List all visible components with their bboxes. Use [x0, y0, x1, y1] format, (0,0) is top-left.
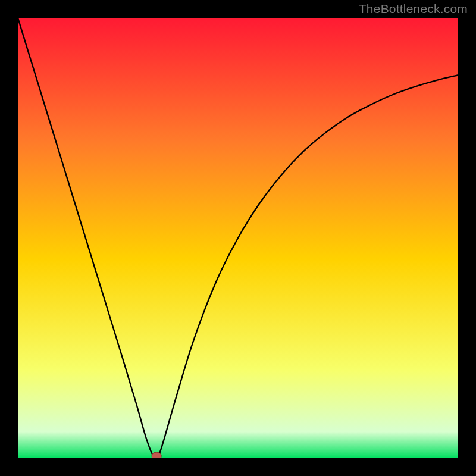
plot-svg — [18, 18, 458, 458]
chart-container: TheBottleneck.com — [0, 0, 476, 476]
plot-area — [18, 18, 458, 458]
minimum-marker — [152, 452, 161, 458]
watermark-text: TheBottleneck.com — [359, 2, 468, 16]
